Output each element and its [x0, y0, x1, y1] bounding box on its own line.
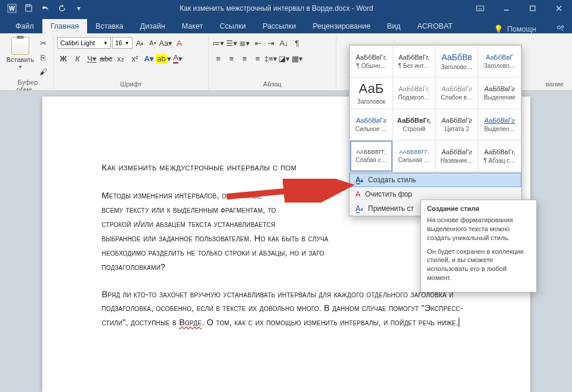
tab-file[interactable]: Файл [7, 19, 42, 33]
style-preview: АаБбВвГг, [398, 85, 429, 92]
style-preview: АаБбВвГг [356, 117, 387, 124]
tab-home[interactable]: Главная [42, 19, 88, 33]
style-cell[interactable]: АаБбВвГЗаголово… [478, 46, 521, 77]
style-name: Выделен… [484, 126, 515, 132]
shrink-font-icon[interactable]: A▾ [147, 37, 159, 49]
style-cell[interactable]: АаБбВвГгСильное … [350, 109, 392, 140]
style-cell[interactable]: АаБбВвГг,Подзагол… [393, 77, 435, 108]
style-cell[interactable]: АаБбВвЗаголово… [436, 46, 478, 77]
paste-button[interactable]: Вставить ▼ [6, 37, 35, 70]
style-name: Строгий [403, 126, 425, 132]
inc-indent-icon[interactable]: ⇥ [265, 37, 277, 49]
font-size-combo[interactable]: 16▼ [112, 37, 132, 49]
superscript-button[interactable]: x² [129, 52, 141, 64]
create-style-label: Создать стиль [368, 176, 416, 184]
align-center-icon[interactable]: ≡ [225, 52, 237, 64]
borders-icon[interactable]: ▦▾ [291, 52, 303, 64]
show-marks-icon[interactable]: ¶ [291, 37, 303, 49]
align-right-icon[interactable]: ≡ [239, 52, 251, 64]
copy-icon[interactable]: ⎘ [37, 51, 49, 63]
tab-mailings[interactable]: Рассылки [254, 19, 304, 33]
font-color-icon[interactable]: A▾ [172, 52, 184, 64]
numbering-icon[interactable]: ☰▾ [225, 37, 237, 49]
svg-point-7 [561, 26, 564, 28]
underline-button[interactable]: Ч▾ [86, 52, 98, 64]
style-name: Слабая с… [355, 157, 387, 163]
shading-icon[interactable]: ◪▾ [278, 52, 290, 64]
style-cell[interactable]: АаБбВвГгВыделение [478, 77, 521, 108]
lightbulb-icon: 💡 [494, 24, 503, 33]
highlight-icon[interactable]: ab▾ [157, 52, 169, 64]
style-preview: АаБбВвГг, [397, 117, 431, 124]
close-icon[interactable] [546, 0, 572, 17]
style-cell[interactable]: АаБбВвГг,¶ Обычн… [350, 46, 392, 77]
style-cell[interactable]: АаБбВвГг,¶ Абзац с… [478, 141, 521, 172]
svg-rect-5 [530, 6, 535, 11]
style-preview: АаБ [359, 81, 384, 97]
share-icon[interactable] [548, 24, 572, 33]
style-cell[interactable]: ААББВВГГ,Слабая с… [350, 141, 392, 172]
create-style-item[interactable]: A̲₄ Создать стиль [350, 173, 521, 187]
bold-button[interactable]: Ж [57, 52, 69, 64]
tab-review[interactable]: Рецензирование [304, 19, 379, 33]
sort-icon[interactable]: A↓ [278, 37, 290, 49]
style-cell[interactable]: АаБбВвГгСлабое в… [436, 77, 478, 108]
cut-icon[interactable]: ✂ [37, 37, 49, 49]
tooltip-title: Создание стиля [427, 205, 530, 212]
style-cell[interactable]: АаБбВвГгЦитата 2 [436, 109, 478, 140]
bullets-icon[interactable]: ≔▾ [212, 37, 224, 49]
style-preview: ААББВВГГ, [399, 149, 429, 155]
style-cell[interactable]: АаБбВвГгНазвание… [436, 141, 478, 172]
multilevel-icon[interactable]: ≣▾ [239, 37, 251, 49]
strike-button[interactable]: abc [100, 52, 112, 64]
style-name: Заголовок [357, 98, 385, 105]
svg-text:W: W [9, 5, 15, 12]
tab-references[interactable]: Ссылки [211, 19, 254, 33]
group-clipboard: Вставить ▼ ✂ ⎘ 🖌 Буфер обме… [2, 36, 54, 90]
tooltip: Создание стиля На основе форматирования … [421, 200, 537, 293]
apply-styles-icon: A̲₄ [355, 204, 363, 213]
style-cell[interactable]: АаБЗаголовок [350, 77, 392, 108]
style-preview: АаБбВвГ [486, 54, 514, 61]
word-icon[interactable]: W [5, 1, 19, 15]
clear-format-icon[interactable]: A̶ [173, 37, 185, 49]
svg-rect-2 [27, 5, 30, 7]
italic-button[interactable]: К [72, 52, 84, 64]
paste-label: Вставить [7, 56, 35, 63]
style-cell[interactable]: АаБбВвГг,Строгий [393, 109, 435, 140]
style-preview: АаБбВвГг, [355, 54, 387, 61]
group-font-label: Шрифт [57, 79, 205, 90]
grow-font-icon[interactable]: A▴ [134, 37, 146, 49]
style-preview: ААББВВГГ, [357, 149, 387, 155]
tab-acrobat[interactable]: ACROBAT [409, 19, 461, 33]
tab-layout[interactable]: Макет [174, 19, 211, 33]
qat-customize-icon[interactable]: ▾ [72, 1, 86, 15]
save-icon[interactable] [21, 1, 36, 15]
style-name: Название… [441, 157, 474, 164]
tell-me[interactable]: 💡 Помощн [494, 24, 548, 33]
justify-icon[interactable]: ≡ [252, 52, 264, 64]
subscript-button[interactable]: x₂ [115, 52, 126, 64]
style-cell[interactable]: АаБбВвГг,¶ Без инт… [393, 46, 435, 77]
maximize-icon[interactable] [520, 0, 546, 17]
style-name: Заголово… [441, 64, 473, 70]
style-name: Сильное … [355, 126, 387, 132]
redo-icon[interactable] [55, 1, 69, 15]
text-effects-icon[interactable]: A▾ [143, 52, 155, 64]
minimize-icon[interactable] [493, 0, 520, 17]
apply-styles-label: Применить ст [368, 204, 414, 213]
style-cell[interactable]: ААББВВГГ,Сильная … [393, 141, 435, 172]
line-spacing-icon[interactable]: ‡≡▾ [265, 52, 277, 64]
tab-view[interactable]: Вид [379, 19, 409, 33]
align-left-icon[interactable]: ≡ [212, 52, 224, 64]
tab-insert[interactable]: Вставка [87, 19, 131, 33]
change-case-button[interactable]: Aa▾ [160, 37, 172, 49]
undo-icon[interactable] [38, 1, 52, 15]
dec-indent-icon[interactable]: ⇤ [252, 37, 264, 49]
tab-design[interactable]: Дизайн [132, 19, 174, 33]
svg-point-6 [558, 26, 561, 29]
style-cell[interactable]: АаБбВвГгВыделен… [478, 109, 521, 140]
format-painter-icon[interactable]: 🖌 [37, 66, 49, 77]
font-name-combo[interactable]: Calibri Light▼ [57, 37, 111, 49]
ribbon-options-icon[interactable] [467, 0, 493, 17]
